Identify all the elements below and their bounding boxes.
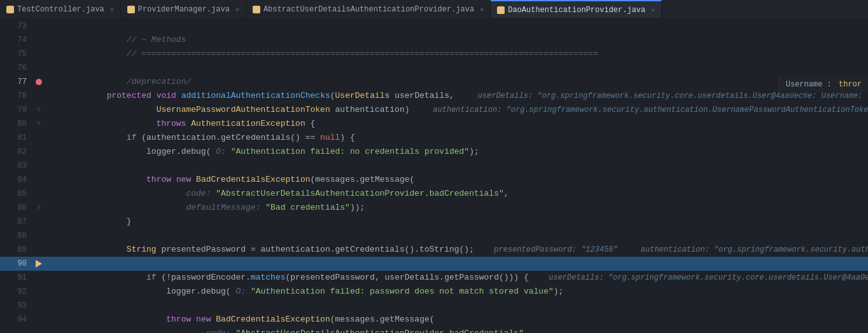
code-line-88: 88 String presentedPassword = authentica… bbox=[0, 229, 868, 243]
line-num-89: 89 bbox=[0, 243, 33, 257]
line-num-75: 75 bbox=[0, 47, 33, 61]
tab-close-providermanager[interactable]: ✕ bbox=[235, 6, 239, 13]
code-line-85: 85 defaultMessage: "Bad credentials")); bbox=[0, 187, 868, 201]
gutter-icon-85 bbox=[33, 187, 45, 201]
debug-arrow-90 bbox=[36, 260, 42, 268]
line-code-76: /deprecation/ bbox=[45, 61, 868, 75]
gutter-88: 88 bbox=[0, 229, 45, 243]
gutter-86: 86 ▽ bbox=[0, 201, 45, 215]
line-code-90: if (!passwordEncoder.matches(presentedPa… bbox=[45, 257, 868, 271]
gutter-92: 92 bbox=[0, 285, 45, 299]
tab-icon-daoprovider bbox=[497, 6, 505, 14]
line-code-75 bbox=[45, 47, 868, 61]
code-line-89: 89 bbox=[0, 243, 868, 257]
line-code-94: code: "AbstractUserDetailsAuthentication… bbox=[45, 313, 868, 327]
gutter-73: 73 bbox=[0, 19, 45, 33]
code-line-84: 84 code: "AbstractUserDetailsAuthenticat… bbox=[0, 173, 868, 187]
gutter-icon-91 bbox=[33, 271, 45, 285]
line-code-83: throw new BadCredentialsException(messag… bbox=[45, 159, 868, 173]
code-line-81: 81 logger.debug( O: "Authentication fail… bbox=[0, 131, 868, 145]
gutter-icon-77 bbox=[33, 75, 45, 89]
tab-providermanager[interactable]: ProviderManager.java ✕ bbox=[121, 0, 246, 18]
gutter-93: 93 bbox=[0, 299, 45, 313]
gutter-icon-81 bbox=[33, 131, 45, 145]
gutter-75: 75 bbox=[0, 47, 45, 61]
code-line-76: 76 /deprecation/ bbox=[0, 61, 868, 75]
gutter-94: 94 bbox=[0, 313, 45, 327]
gutter-icon-86[interactable]: ▽ bbox=[33, 201, 45, 215]
fold-icon-79[interactable]: ▽ bbox=[37, 103, 41, 117]
tab-label-testcontroller: TestController.java bbox=[17, 5, 104, 14]
gutter-84: 84 bbox=[0, 173, 45, 187]
fold-icon-80[interactable]: ▽ bbox=[37, 117, 41, 131]
tab-close-daoprovider[interactable]: ✕ bbox=[651, 6, 655, 14]
tab-close-testcontroller[interactable]: ✕ bbox=[110, 6, 114, 13]
gutter-89: 89 bbox=[0, 243, 45, 257]
gutter-icon-75 bbox=[33, 47, 45, 61]
gutter-icon-79[interactable]: ▽ bbox=[33, 103, 45, 117]
line-code-78: UsernamePasswordAuthenticationToken auth… bbox=[45, 89, 868, 103]
line-num-82: 82 bbox=[0, 145, 33, 159]
code-line-78: 78 UsernamePasswordAuthenticationToken a… bbox=[0, 89, 868, 103]
line-num-88: 88 bbox=[0, 229, 33, 243]
gutter-icon-80[interactable]: ▽ bbox=[33, 117, 45, 131]
code-line-91: 91 logger.debug( O: "Authentication fail… bbox=[0, 271, 868, 285]
tab-label-providermanager: ProviderManager.java bbox=[138, 5, 230, 14]
gutter-82: 82 bbox=[0, 145, 45, 159]
tab-bar: TestController.java ✕ ProviderManager.ja… bbox=[0, 0, 868, 19]
line-code-74: // =====================================… bbox=[45, 33, 868, 47]
code-line-73: 73 // ~ Methods bbox=[0, 19, 868, 33]
line-num-77: 77 bbox=[0, 75, 33, 89]
line-code-84: code: "AbstractUserDetailsAuthentication… bbox=[45, 173, 868, 187]
code-line-90: 90 if (!passwordEncoder.matches(presente… bbox=[0, 257, 868, 271]
code-line-93: 93 throw new BadCredentialsException(mes… bbox=[0, 299, 868, 313]
gutter-80: 80 ▽ bbox=[0, 117, 45, 131]
line-code-87 bbox=[45, 215, 868, 229]
tab-icon-abstractuserdetails bbox=[253, 6, 260, 13]
tab-testcontroller[interactable]: TestController.java ✕ bbox=[0, 0, 121, 18]
gutter-icon-78 bbox=[33, 89, 45, 103]
fold-icon-86[interactable]: ▽ bbox=[37, 201, 41, 215]
line-num-80: 80 bbox=[0, 117, 33, 131]
line-code-85: defaultMessage: "Bad credentials")); bbox=[45, 187, 868, 201]
gutter-85: 85 bbox=[0, 187, 45, 201]
gutter-74: 74 bbox=[0, 33, 45, 47]
gutter-icon-90 bbox=[33, 257, 45, 271]
code-line-92: 92 bbox=[0, 285, 868, 299]
line-num-87: 87 bbox=[0, 215, 33, 229]
gutter-81: 81 bbox=[0, 131, 45, 145]
username-label: Username : bbox=[786, 80, 832, 89]
code-editor: 73 // ~ Methods 74 // ==================… bbox=[0, 19, 868, 333]
code-line-82: 82 bbox=[0, 145, 868, 159]
gutter-icon-84 bbox=[33, 173, 45, 187]
code-line-83: 83 throw new BadCredentialsException(mes… bbox=[0, 159, 868, 173]
line-num-85: 85 bbox=[0, 187, 33, 201]
gutter-90: 90 bbox=[0, 257, 45, 271]
line-code-88: String presentedPassword = authenticatio… bbox=[45, 229, 868, 243]
breakpoint-77[interactable] bbox=[36, 79, 42, 85]
tab-label-daoprovider: DaoAuthenticationProvider.java bbox=[508, 6, 645, 15]
line-num-94: 94 bbox=[0, 313, 33, 327]
line-code-79: throws AuthenticationException { bbox=[45, 103, 868, 117]
line-code-80: if (authentication.getCredentials() == n… bbox=[45, 117, 868, 131]
line-code-82 bbox=[45, 145, 868, 159]
line-num-92: 92 bbox=[0, 285, 33, 299]
gutter-76: 76 bbox=[0, 61, 45, 75]
gutter-icon-94 bbox=[33, 313, 45, 327]
gutter-77: 77 bbox=[0, 75, 45, 89]
line-num-73: 73 bbox=[0, 19, 33, 33]
username-value: thror bbox=[839, 80, 862, 89]
line-code-77: protected void additionalAuthenticationC… bbox=[45, 75, 868, 89]
line-num-74: 74 bbox=[0, 33, 33, 47]
tab-close-abstractuserdetails[interactable]: ✕ bbox=[480, 6, 484, 13]
line-code-92 bbox=[45, 285, 868, 299]
gutter-87: 87 bbox=[0, 215, 45, 229]
tab-daoprovider[interactable]: DaoAuthenticationProvider.java ✕ bbox=[491, 0, 662, 18]
tab-abstractuserdetails[interactable]: AbstractUserDetailsAuthenticationProvide… bbox=[246, 0, 491, 18]
gutter-icon-87 bbox=[33, 215, 45, 229]
line-num-91: 91 bbox=[0, 271, 33, 285]
code-line-94: 94 code: "AbstractUserDetailsAuthenticat… bbox=[0, 313, 868, 327]
line-num-81: 81 bbox=[0, 131, 33, 145]
tab-icon-testcontroller bbox=[6, 6, 14, 13]
code-line-77: 77 protected void additionalAuthenticati… bbox=[0, 75, 868, 89]
